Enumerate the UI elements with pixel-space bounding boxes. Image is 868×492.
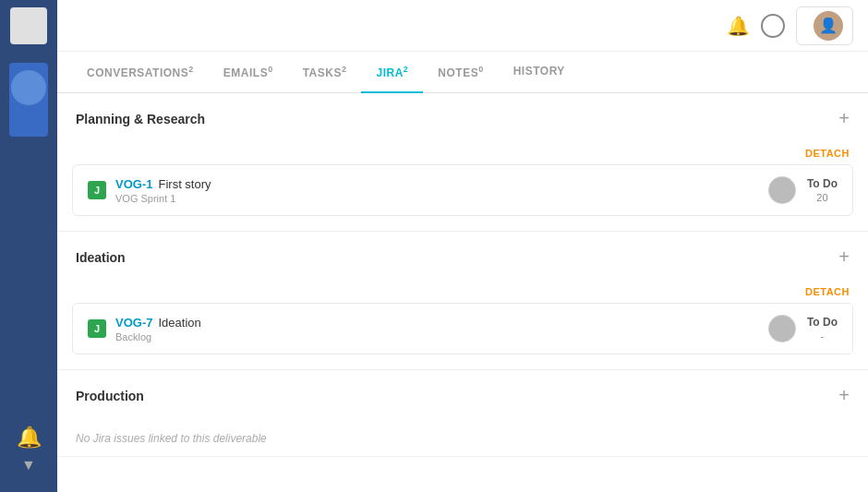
section-header-ideation[interactable]: Ideation+ <box>57 232 868 282</box>
issue-status-VOG-7: To Do <box>807 316 838 329</box>
issue-sprint-VOG-1: VOG Sprint 1 <box>115 193 211 204</box>
issue-sprint-VOG-7: Backlog <box>115 331 201 342</box>
tab-history[interactable]: HISTORY <box>499 52 580 92</box>
issue-assignee-VOG-1 <box>768 176 796 204</box>
section-ideation: Ideation+DETACHJVOG-7IdeationBacklogTo D… <box>57 232 868 370</box>
issue-info-VOG-1: VOG-1First storyVOG Sprint 1 <box>115 177 211 204</box>
section-planning: Planning & Research+DETACHJVOG-1First st… <box>57 93 868 232</box>
user-avatar[interactable]: 👤 <box>814 11 843 41</box>
tab-conversations[interactable]: CONVERSATIONS2 <box>72 52 209 92</box>
sidebar: 🔔 ▼ <box>0 0 57 492</box>
issue-status-area-VOG-1: To Do20 <box>807 177 838 203</box>
tab-notes[interactable]: NOTES0 <box>423 52 498 92</box>
avatar-icon: 👤 <box>819 17 838 34</box>
content-area: Planning & Research+DETACHJVOG-1First st… <box>57 93 868 492</box>
section-title-planning: Planning & Research <box>76 112 205 126</box>
issue-card-container-ideation: DETACHJVOG-7IdeationBacklogTo Do- <box>57 282 868 369</box>
no-issues-text-production: No Jira issues linked to this deliverabl… <box>57 421 868 456</box>
sidebar-chevron-icon[interactable]: ▼ <box>21 457 36 474</box>
tab-bar: CONVERSATIONS2EMAILS0TASKS2JIRA2NOTES0HI… <box>57 52 868 93</box>
section-add-button-planning[interactable]: + <box>838 108 850 129</box>
detach-button-ideation[interactable]: DETACH <box>805 286 850 297</box>
issue-left-VOG-1: JVOG-1First storyVOG Sprint 1 <box>88 177 211 204</box>
issue-points-VOG-1: 20 <box>816 192 827 203</box>
jira-issue-icon-VOG-1: J <box>88 181 106 199</box>
section-title-production: Production <box>76 389 144 403</box>
section-header-planning[interactable]: Planning & Research+ <box>57 93 868 144</box>
sidebar-bell-icon[interactable]: 🔔 <box>17 426 42 450</box>
tab-jira[interactable]: JIRA2 <box>361 52 423 92</box>
issue-right-VOG-1: To Do20 <box>768 176 838 204</box>
brand-badge: 👤 <box>796 6 853 45</box>
issue-card-container-planning: DETACHJVOG-1First storyVOG Sprint 1To Do… <box>57 144 868 231</box>
issue-left-VOG-7: JVOG-7IdeationBacklog <box>88 316 201 342</box>
issue-status-area-VOG-7: To Do- <box>807 316 838 342</box>
tab-tasks[interactable]: TASKS2 <box>288 52 362 92</box>
issue-right-VOG-7: To Do- <box>768 315 838 342</box>
detach-button-planning[interactable]: DETACH <box>805 148 850 159</box>
issue-points-VOG-7: - <box>821 330 825 342</box>
issue-status-VOG-1: To Do <box>807 177 838 190</box>
notification-bell-icon[interactable]: 🔔 <box>727 15 750 37</box>
issue-id-VOG-7[interactable]: VOG-7 <box>115 316 152 330</box>
tab-emails[interactable]: EMAILS0 <box>209 52 288 92</box>
issue-info-VOG-7: VOG-7IdeationBacklog <box>115 316 201 342</box>
issue-name-VOG-7: Ideation <box>158 316 200 330</box>
issue-card-VOG-7[interactable]: JVOG-7IdeationBacklogTo Do- <box>72 303 853 354</box>
assignee-avatar-VOG-7 <box>769 316 795 342</box>
jira-issue-icon-VOG-7: J <box>88 319 106 338</box>
sidebar-user-avatar <box>9 63 48 137</box>
issue-assignee-VOG-7 <box>768 315 796 342</box>
issue-id-VOG-1[interactable]: VOG-1 <box>115 177 152 191</box>
section-production: Production+No Jira issues linked to this… <box>57 370 868 457</box>
assignee-avatar-VOG-1 <box>769 177 795 203</box>
sidebar-logo <box>10 7 47 44</box>
section-title-ideation: Ideation <box>76 250 126 265</box>
detach-row-planning: DETACH <box>72 144 853 164</box>
section-add-button-ideation[interactable]: + <box>838 246 850 268</box>
detach-row-ideation: DETACH <box>72 282 853 303</box>
section-add-button-production[interactable]: + <box>838 385 850 406</box>
main-panel: 🔔 👤 CONVERSATIONS2EMAILS0TASKS2JIRA2NOTE… <box>57 0 868 492</box>
issue-name-VOG-1: First story <box>158 177 211 191</box>
help-button[interactable] <box>761 14 785 38</box>
section-header-production[interactable]: Production+ <box>57 370 868 421</box>
header: 🔔 👤 <box>57 0 868 52</box>
issue-card-VOG-1[interactable]: JVOG-1First storyVOG Sprint 1To Do20 <box>72 164 853 216</box>
